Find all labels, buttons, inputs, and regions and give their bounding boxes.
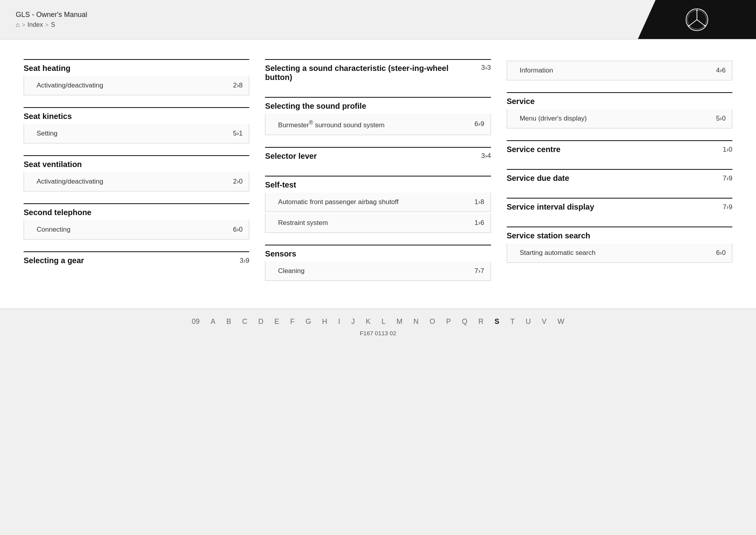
alpha-L[interactable]: L [382,318,385,326]
section-selecting-a-gear: Selecting a gear 3›9 [24,251,249,268]
alpha-I[interactable]: I [338,318,340,326]
alpha-J[interactable]: J [351,318,355,326]
breadcrumb-sep-1: > [22,22,25,28]
subitem-label: Information [520,67,553,74]
alpha-R[interactable]: R [478,318,484,326]
subitem-seat-kinetics-setting[interactable]: Setting 5›1 [24,124,249,143]
subitem-label: Activating/deactivating [37,82,103,89]
page-num: 7›7 [469,267,484,275]
alpha-H[interactable]: H [322,318,327,326]
page-num: 1›8 [469,198,484,206]
alphabet-bar: 09 A B C D E F G H I J K L M N O P Q R S… [16,318,740,326]
svg-line-4 [697,20,705,26]
subitem-label: Burmester® surround sound system [278,119,384,129]
page-num: 6›0 [227,226,243,234]
alpha-D[interactable]: D [258,318,263,326]
page-num-selecting-gear: 3›9 [233,257,249,265]
heading-service: Service [507,92,732,109]
alpha-B[interactable]: B [226,318,231,326]
section-seat-heating: Seat heating Activating/deactivating 2›8 [24,59,249,95]
subitem-starting-automatic-search[interactable]: Starting automatic search 6›0 [507,243,732,263]
alpha-O[interactable]: O [430,318,435,326]
subitem-burmester[interactable]: Burmester® surround sound system 6›9 [265,114,491,135]
subitem-label: Menu (driver's display) [520,115,587,123]
subitem-label: Cleaning [278,267,304,275]
section-selector-lever: Selector lever 3›4 [265,147,491,164]
subitem-second-telephone-connecting[interactable]: Connecting 6›0 [24,220,249,240]
alpha-G[interactable]: G [306,318,311,326]
alpha-C[interactable]: C [242,318,247,326]
subitem-information[interactable]: Information 4›6 [507,61,732,80]
subitem-seat-ventilation-activating[interactable]: Activating/deactivating 2›0 [24,172,249,191]
subitem-label: Restraint system [278,219,328,227]
subitem-seat-heating-activating[interactable]: Activating/deactivating 2›8 [24,76,249,95]
heading-selector-lever: Selector lever [265,152,317,161]
section-selecting-sound-profile: Selecting the sound profile Burmester® s… [265,97,491,135]
alpha-U[interactable]: U [526,318,531,326]
heading-service-station-search: Service station search [507,227,732,243]
breadcrumb-current: S [51,21,55,28]
subitem-label: Starting automatic search [520,249,596,257]
section-self-test: Self-test Automatic front passenger airb… [265,176,491,233]
page-num: 1›6 [469,219,484,227]
alpha-V[interactable]: V [542,318,547,326]
breadcrumb-sep-2: > [45,22,48,28]
svg-point-7 [704,25,706,26]
svg-point-5 [696,9,698,11]
section-selecting-sound-char: Selecting a sound characteristic (steer-… [265,59,491,85]
section-service: Service Menu (driver's display) 5›0 [507,92,732,128]
subitem-service-menu[interactable]: Menu (driver's display) 5›0 [507,109,732,128]
mercedes-logo [638,0,756,39]
heading-seat-ventilation: Seat ventilation [24,155,249,172]
alpha-N[interactable]: N [413,318,419,326]
page-num: 6›9 [469,120,484,128]
heading-service-centre: Service centre [507,145,561,154]
page-num: 4›6 [710,67,726,74]
breadcrumb: ⌂ > Index > S [16,21,87,28]
alpha-E[interactable]: E [274,318,279,326]
page-num: 2›0 [227,178,243,186]
heading-selecting-sound-profile: Selecting the sound profile [265,97,491,114]
section-service-centre: Service centre 1›0 [507,140,732,157]
column-2: Selecting a sound characteristic (steer-… [265,59,491,293]
section-sensors: Sensors Cleaning 7›7 [265,245,491,281]
column-1: Seat heating Activating/deactivating 2›8… [24,59,249,293]
alpha-W[interactable]: W [558,318,564,326]
heading-selecting-sound-char: Selecting a sound characteristic (steer-… [265,64,471,82]
page-num-service-due-date: 7›9 [717,175,732,182]
page-num-selecting-sound-char: 3›3 [475,64,491,72]
heading-seat-heating: Seat heating [24,59,249,76]
alpha-T[interactable]: T [510,318,515,326]
alpha-09[interactable]: 09 [192,318,200,326]
page-num: 5›1 [227,130,243,137]
heading-service-interval-display: Service interval display [507,202,594,212]
subitem-airbag-shutoff[interactable]: Automatic front passenger airbag shutoff… [265,193,491,212]
alpha-S[interactable]: S [495,318,499,326]
document-id: F167 0113 02 [16,330,740,336]
heading-second-telephone: Second telephone [24,203,249,220]
alpha-K[interactable]: K [366,318,371,326]
page-num-selector-lever: 3›4 [475,152,491,160]
breadcrumb-index[interactable]: Index [28,21,43,28]
heading-sensors: Sensors [265,245,491,262]
alpha-F[interactable]: F [290,318,295,326]
subitem-sensors-cleaning[interactable]: Cleaning 7›7 [265,262,491,281]
subitem-label: Setting [37,130,57,137]
subitem-restraint-system[interactable]: Restraint system 1›6 [265,214,491,233]
section-service-station-search: Service station search Starting automati… [507,227,732,263]
alpha-Q[interactable]: Q [462,318,467,326]
page-num: 5›0 [710,115,726,123]
page-num-service-interval-display: 7›9 [717,203,732,211]
alpha-A[interactable]: A [211,318,215,326]
page-num: 2›8 [227,82,243,89]
alpha-P[interactable]: P [446,318,451,326]
home-icon[interactable]: ⌂ [16,21,20,28]
section-service-due-date: Service due date 7›9 [507,169,732,186]
main-content: Seat heating Activating/deactivating 2›8… [0,39,756,308]
heading-service-due-date: Service due date [507,174,569,183]
heading-seat-kinetics: Seat kinetics [24,107,249,124]
svg-line-3 [689,20,697,26]
alpha-M[interactable]: M [397,318,402,326]
subitem-label: Automatic front passenger airbag shutoff [278,198,398,206]
mercedes-star-icon [685,8,709,32]
